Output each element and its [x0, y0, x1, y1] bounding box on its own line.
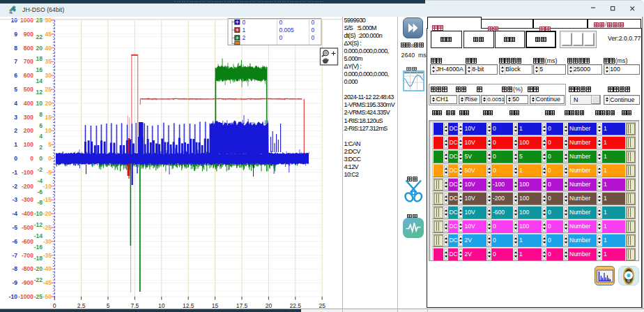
svg-text:0: 0 — [48, 155, 52, 162]
svg-text:2: 2 — [39, 144, 43, 151]
svg-text:12: 12 — [36, 89, 43, 96]
svg-text:500: 500 — [24, 86, 33, 93]
svg-text:-25: -25 — [43, 224, 52, 231]
svg-text:0: 0 — [312, 19, 315, 26]
svg-text:20: 20 — [36, 45, 43, 52]
svg-text:-8: -8 — [12, 265, 17, 272]
svg-text:-7: -7 — [12, 252, 17, 259]
svg-text:-2: -2 — [12, 183, 17, 190]
svg-text:-6: -6 — [12, 238, 17, 245]
svg-text:8: 8 — [39, 111, 43, 118]
svg-text:900: 900 — [24, 31, 33, 38]
svg-text:10: 10 — [36, 100, 43, 107]
svg-text:25: 25 — [36, 17, 43, 24]
svg-text:-5: -5 — [46, 169, 52, 176]
svg-text:-50: -50 — [43, 293, 52, 300]
svg-text:0: 0 — [312, 34, 315, 41]
svg-text:1000: 1000 — [20, 17, 33, 24]
svg-text:-12: -12 — [34, 221, 43, 228]
svg-text:-40: -40 — [43, 265, 52, 272]
svg-text:22: 22 — [36, 34, 43, 40]
svg-text:-10: -10 — [43, 183, 52, 190]
svg-text:-600: -600 — [22, 238, 33, 245]
svg-text:1: 1 — [14, 141, 17, 148]
svg-text:6: 6 — [14, 72, 17, 79]
svg-text:2: 2 — [14, 127, 17, 134]
svg-text:-35: -35 — [43, 252, 52, 259]
svg-text:40: 40 — [45, 45, 52, 52]
svg-text:-5: -5 — [12, 224, 17, 231]
svg-text:700: 700 — [24, 58, 33, 65]
svg-text:-18: -18 — [34, 255, 43, 262]
svg-text:0: 0 — [243, 19, 246, 26]
svg-text:-300: -300 — [22, 196, 33, 203]
svg-text:-20: -20 — [34, 265, 43, 272]
svg-text:-1: -1 — [12, 169, 17, 176]
svg-text:300: 300 — [24, 114, 33, 121]
svg-text:-400: -400 — [22, 210, 33, 217]
svg-text:-10: -10 — [34, 210, 43, 217]
svg-text:50: 50 — [45, 17, 52, 24]
svg-text:400: 400 — [24, 100, 33, 107]
svg-text:0: 0 — [30, 155, 33, 162]
svg-text:100: 100 — [24, 141, 33, 148]
svg-text:-45: -45 — [43, 279, 52, 286]
svg-text:-15: -15 — [43, 196, 52, 203]
svg-text:18: 18 — [36, 55, 43, 62]
svg-text:30: 30 — [45, 72, 52, 79]
svg-text:-30: -30 — [43, 238, 52, 245]
svg-text:-20: -20 — [43, 210, 52, 217]
svg-text:9: 9 — [14, 31, 17, 38]
svg-text:-2: -2 — [37, 166, 43, 173]
svg-text:20: 20 — [45, 100, 52, 107]
svg-text:1: 1 — [243, 27, 246, 34]
svg-text:6: 6 — [39, 122, 43, 129]
svg-text:-500: -500 — [22, 224, 33, 231]
svg-text:3: 3 — [14, 114, 17, 121]
svg-text:0: 0 — [279, 19, 283, 26]
svg-text:-100: -100 — [22, 169, 33, 176]
svg-text:600: 600 — [24, 72, 33, 79]
svg-text:0: 0 — [39, 155, 43, 162]
svg-text:25: 25 — [45, 86, 52, 93]
svg-text:800: 800 — [24, 45, 33, 52]
svg-text:4: 4 — [39, 133, 43, 140]
svg-text:-800: -800 — [22, 265, 33, 272]
svg-text:0: 0 — [312, 27, 315, 34]
svg-text:-25: -25 — [34, 293, 43, 300]
svg-text:14: 14 — [36, 77, 43, 84]
svg-text:0: 0 — [279, 34, 283, 41]
svg-text:-10: -10 — [9, 293, 18, 300]
svg-text:7: 7 — [14, 58, 17, 65]
svg-text:-900: -900 — [22, 279, 33, 286]
svg-text:-200: -200 — [22, 183, 33, 190]
svg-text:16: 16 — [36, 66, 43, 73]
svg-text:-700: -700 — [22, 252, 33, 259]
svg-text:0.005: 0.005 — [279, 27, 295, 34]
svg-text:-22: -22 — [34, 276, 43, 283]
svg-text:45: 45 — [45, 31, 52, 38]
svg-text:8: 8 — [14, 45, 17, 52]
svg-text:-3: -3 — [12, 196, 17, 203]
svg-text:-1000: -1000 — [18, 293, 33, 300]
svg-text:-9: -9 — [12, 279, 17, 286]
svg-text:-14: -14 — [34, 232, 43, 239]
svg-text:200: 200 — [24, 127, 33, 134]
svg-text:-4: -4 — [37, 177, 43, 184]
svg-text:so: so — [9, 10, 13, 15]
svg-text:-8: -8 — [37, 199, 43, 206]
svg-text:-6: -6 — [37, 188, 43, 195]
svg-text:10: 10 — [11, 17, 18, 24]
svg-text:15: 15 — [45, 114, 52, 121]
svg-text:10: 10 — [45, 127, 52, 134]
svg-text:5: 5 — [48, 141, 52, 148]
svg-text:4: 4 — [14, 100, 17, 107]
svg-text:5: 5 — [14, 86, 17, 93]
svg-text:2: 2 — [243, 34, 246, 41]
svg-text:0: 0 — [14, 155, 17, 162]
svg-text:-4: -4 — [12, 210, 17, 217]
svg-text:-16: -16 — [34, 244, 43, 251]
svg-text:35: 35 — [45, 58, 52, 65]
